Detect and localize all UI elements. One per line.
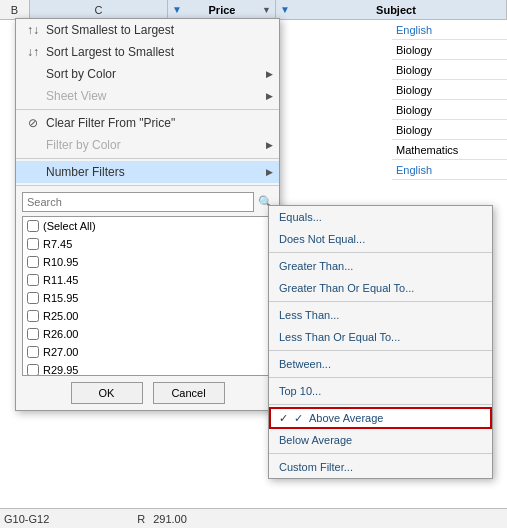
check-label-r11: R11.45 — [43, 274, 78, 286]
sort-desc-icon: ↓↑ — [24, 45, 42, 59]
footer-cell2: R — [137, 513, 145, 525]
submenu-sep-5 — [269, 404, 492, 405]
above-avg-label: Above Average — [309, 412, 383, 424]
check-r10[interactable]: R10.95 — [23, 253, 272, 271]
submenu-less-equal[interactable]: Less Than Or Equal To... — [269, 326, 492, 348]
subject-cell-5: Biology — [392, 120, 507, 140]
filter-dropdown-menu: ↑↓ Sort Smallest to Largest ↓↑ Sort Larg… — [15, 18, 280, 411]
check-r29[interactable]: R29.95 — [23, 361, 272, 376]
check-r15[interactable]: R15.95 — [23, 289, 272, 307]
check-label-r27: R27.00 — [43, 346, 78, 358]
col-header-c: C — [30, 0, 168, 19]
check-label-r29: R29.95 — [43, 364, 78, 376]
checkbox-r11[interactable] — [27, 274, 39, 286]
custom-label: Custom Filter... — [279, 461, 353, 473]
col-header-b: B — [0, 0, 30, 19]
menu-item-sort-desc[interactable]: ↓↑ Sort Largest to Smallest — [16, 41, 279, 63]
check-label-select-all: (Select All) — [43, 220, 96, 232]
menu-item-sort-color[interactable]: Sort by Color — [16, 63, 279, 85]
subject-cell-2: Biology — [392, 60, 507, 80]
checkbox-r25[interactable] — [27, 310, 39, 322]
subject-cell-4: Biology — [392, 100, 507, 120]
between-label: Between... — [279, 358, 331, 370]
less-equal-label: Less Than Or Equal To... — [279, 331, 400, 343]
submenu-greater-equal[interactable]: Greater Than Or Equal To... — [269, 277, 492, 299]
submenu-sep-4 — [269, 377, 492, 378]
filter-checklist[interactable]: (Select All) R7.45 R10.95 R11.45 R15.95 … — [22, 216, 273, 376]
menu-item-clear-filter[interactable]: ⊘ Clear Filter From "Price" — [16, 112, 279, 134]
price-dropdown-icon[interactable]: ▼ — [262, 5, 271, 15]
equals-label: Equals... — [279, 211, 322, 223]
menu-label-sort-color: Sort by Color — [46, 67, 116, 81]
separator-1 — [16, 109, 279, 110]
check-select-all[interactable]: (Select All) — [23, 217, 272, 235]
check-r25[interactable]: R25.00 — [23, 307, 272, 325]
submenu-custom[interactable]: Custom Filter... — [269, 456, 492, 478]
menu-item-sheet-view: Sheet View — [16, 85, 279, 107]
col-header-d: ▼ Subject — [276, 0, 507, 19]
footer-cell1: G10-G12 — [4, 513, 49, 525]
menu-item-number-filters[interactable]: Number Filters — [16, 161, 279, 183]
greater-than-label: Greater Than... — [279, 260, 353, 272]
check-r7[interactable]: R7.45 — [23, 235, 272, 253]
greater-equal-label: Greater Than Or Equal To... — [279, 282, 414, 294]
submenu-less-than[interactable]: Less Than... — [269, 304, 492, 326]
sort-asc-icon: ↑↓ — [24, 23, 42, 37]
check-label-r10: R10.95 — [43, 256, 78, 268]
submenu-sep-6 — [269, 453, 492, 454]
check-r27[interactable]: R27.00 — [23, 343, 272, 361]
subject-header-label: Subject — [376, 4, 416, 16]
submenu-top10[interactable]: Top 10... — [269, 380, 492, 402]
submenu-not-equal[interactable]: Does Not Equal... — [269, 228, 492, 250]
checkmark-icon: ✓ — [294, 412, 303, 425]
subject-cell-3: Biology — [392, 80, 507, 100]
submenu-sep-2 — [269, 301, 492, 302]
check-r11[interactable]: R11.45 — [23, 271, 272, 289]
check-label-r25: R25.00 — [43, 310, 78, 322]
checkbox-select-all[interactable] — [27, 220, 39, 232]
submenu-sep-3 — [269, 350, 492, 351]
subject-filter-icon: ▼ — [280, 4, 290, 15]
subject-cell-6: Mathematics — [392, 140, 507, 160]
checkbox-r26[interactable] — [27, 328, 39, 340]
separator-3 — [16, 185, 279, 186]
check-label-r26: R26.00 — [43, 328, 78, 340]
checkbox-r10[interactable] — [27, 256, 39, 268]
submenu-between[interactable]: Between... — [269, 353, 492, 375]
cancel-button[interactable]: Cancel — [153, 382, 225, 404]
submenu-greater-than[interactable]: Greater Than... — [269, 255, 492, 277]
menu-label-clear-filter: Clear Filter From "Price" — [46, 116, 175, 130]
below-avg-label: Below Average — [279, 434, 352, 446]
number-filters-submenu: Equals... Does Not Equal... Greater Than… — [268, 205, 493, 479]
separator-2 — [16, 158, 279, 159]
menu-label-number-filters: Number Filters — [46, 165, 125, 179]
footer-cell3: 291.00 — [153, 513, 187, 525]
submenu-sep-1 — [269, 252, 492, 253]
checkbox-r15[interactable] — [27, 292, 39, 304]
ok-button[interactable]: OK — [71, 382, 143, 404]
less-than-label: Less Than... — [279, 309, 339, 321]
checkbox-r7[interactable] — [27, 238, 39, 250]
price-label: Price — [209, 4, 236, 16]
subject-cell-1: Biology — [392, 40, 507, 60]
menu-item-sort-asc[interactable]: ↑↓ Sort Smallest to Largest — [16, 19, 279, 41]
search-area: 🔍 — [16, 188, 279, 216]
not-equal-label: Does Not Equal... — [279, 233, 365, 245]
clear-filter-icon: ⊘ — [24, 116, 42, 130]
submenu-equals[interactable]: Equals... — [269, 206, 492, 228]
menu-label-filter-color: Filter by Color — [46, 138, 121, 152]
search-input[interactable] — [22, 192, 254, 212]
checkbox-r27[interactable] — [27, 346, 39, 358]
check-r26[interactable]: R26.00 — [23, 325, 272, 343]
checkbox-r29[interactable] — [27, 364, 39, 376]
menu-item-filter-color: Filter by Color — [16, 134, 279, 156]
col-header-price: ▼ Price ▼ — [168, 0, 276, 19]
dialog-buttons: OK Cancel — [16, 376, 279, 410]
check-label-r15: R15.95 — [43, 292, 78, 304]
submenu-above-avg[interactable]: ✓ Above Average — [269, 407, 492, 429]
menu-label-sheet-view: Sheet View — [46, 89, 107, 103]
submenu-below-avg[interactable]: Below Average — [269, 429, 492, 451]
subject-cell-0: English — [392, 20, 507, 40]
top10-label: Top 10... — [279, 385, 321, 397]
price-filter-icon: ▼ — [172, 4, 182, 15]
